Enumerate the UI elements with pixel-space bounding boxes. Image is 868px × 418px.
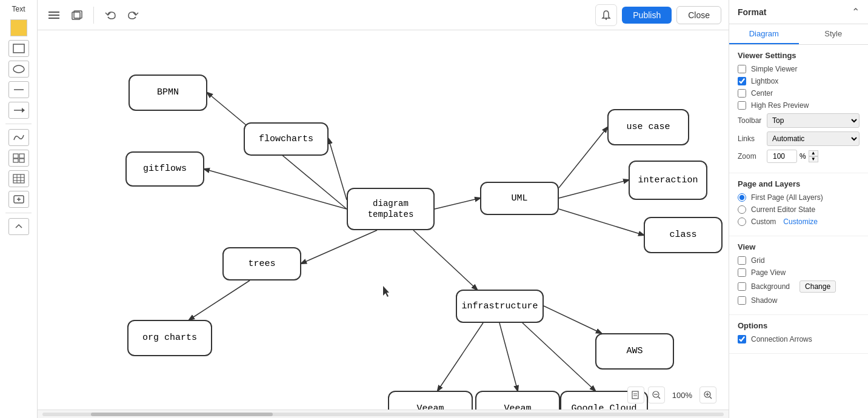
svg-line-43 bbox=[658, 397, 660, 399]
page-layers-title: Page and Layers bbox=[738, 179, 860, 188]
toolbar-select[interactable]: Top Bottom Left Right None bbox=[767, 113, 860, 128]
zoom-spinner: ▲ ▼ bbox=[809, 150, 818, 162]
horizontal-scrollbar[interactable] bbox=[38, 410, 729, 418]
svg-point-1 bbox=[13, 65, 24, 73]
cursor bbox=[383, 286, 389, 297]
arrow-tool[interactable] bbox=[8, 102, 29, 119]
node-uml[interactable]: UML bbox=[480, 182, 559, 215]
node-diagram-templates[interactable]: diagram templates bbox=[347, 188, 435, 230]
node-bpmn[interactable]: BPMN bbox=[129, 75, 207, 111]
main-area: Publish Close bbox=[38, 0, 729, 418]
bottom-zoom-bar: 100% bbox=[627, 386, 716, 403]
scrollbar-thumb[interactable] bbox=[91, 413, 273, 416]
tab-style[interactable]: Style bbox=[799, 24, 869, 44]
custom-row: Custom Customize bbox=[738, 217, 860, 226]
node-use-case[interactable]: use case bbox=[607, 109, 689, 145]
connection-arrows-checkbox[interactable] bbox=[738, 335, 746, 343]
node-aws[interactable]: AWS bbox=[595, 333, 674, 370]
change-background-button[interactable]: Change bbox=[800, 280, 836, 293]
notification-button[interactable] bbox=[595, 4, 617, 26]
links-select[interactable]: Automatic New Window Same Window bbox=[767, 131, 860, 146]
node-trees[interactable]: trees bbox=[222, 247, 301, 280]
customize-link[interactable]: Customize bbox=[783, 217, 818, 226]
zoom-up-button[interactable]: ▲ bbox=[809, 150, 818, 156]
toolbar-label: Toolbar bbox=[738, 116, 763, 125]
insert-tool[interactable] bbox=[8, 191, 29, 208]
freehand-tool[interactable] bbox=[8, 129, 29, 146]
zoom-down-button[interactable]: ▼ bbox=[809, 156, 818, 162]
svg-rect-9 bbox=[13, 174, 24, 183]
svg-rect-6 bbox=[19, 154, 24, 158]
node-flowcharts[interactable]: flowcharts bbox=[244, 122, 329, 156]
svg-line-31 bbox=[559, 209, 644, 235]
svg-line-34 bbox=[438, 323, 483, 391]
node-gitflows[interactable]: gitflows bbox=[125, 151, 204, 187]
center-checkbox[interactable] bbox=[738, 89, 746, 98]
custom-label: Custom bbox=[751, 217, 776, 226]
node-interaction[interactable]: interaction bbox=[629, 161, 707, 200]
custom-radio[interactable] bbox=[738, 217, 746, 226]
panel-tabs: Diagram Style bbox=[729, 24, 868, 45]
panel-collapse-button[interactable]: ⌃ bbox=[852, 6, 860, 18]
redo-button[interactable] bbox=[124, 6, 142, 24]
undo-button[interactable] bbox=[101, 6, 119, 24]
viewer-settings-title: Viewer Settings bbox=[738, 51, 860, 60]
text-tool-label: Text bbox=[12, 5, 25, 13]
rectangle-tool[interactable] bbox=[8, 40, 29, 57]
zoom-out-button[interactable] bbox=[648, 386, 665, 403]
links-row: Links Automatic New Window Same Window bbox=[738, 131, 860, 146]
canvas[interactable]: BPMN flowcharts gitflows diagram templat… bbox=[38, 30, 729, 410]
background-checkbox[interactable] bbox=[738, 282, 746, 291]
toolbar-divider2 bbox=[5, 213, 31, 213]
collapse-tool[interactable] bbox=[8, 218, 29, 235]
high-res-checkbox[interactable] bbox=[738, 101, 746, 110]
high-res-label: High Res Preview bbox=[751, 101, 809, 110]
high-res-row: High Res Preview bbox=[738, 101, 860, 110]
grid-row: Grid bbox=[738, 256, 860, 265]
grid-checkbox[interactable] bbox=[738, 256, 746, 265]
header-separator bbox=[93, 7, 94, 24]
table-tool[interactable] bbox=[8, 170, 29, 187]
shapes-tool[interactable] bbox=[8, 150, 29, 167]
page-view-row: Page View bbox=[738, 268, 860, 277]
page-view-checkbox[interactable] bbox=[738, 268, 746, 277]
right-panel: Format ⌃ Diagram Style Viewer Settings S… bbox=[729, 0, 868, 418]
first-page-row: First Page (All Layers) bbox=[738, 193, 860, 202]
node-veeam2[interactable]: Veeam bbox=[475, 391, 560, 410]
current-editor-radio[interactable] bbox=[738, 205, 746, 214]
menu-button[interactable] bbox=[45, 6, 63, 24]
color-swatch[interactable] bbox=[10, 19, 27, 36]
line-tool[interactable] bbox=[8, 81, 29, 98]
links-label: Links bbox=[738, 134, 763, 143]
tab-diagram[interactable]: Diagram bbox=[729, 24, 799, 44]
svg-marker-4 bbox=[22, 108, 25, 113]
simple-viewer-checkbox[interactable] bbox=[738, 65, 746, 73]
connection-arrows-row: Connection Arrows bbox=[738, 335, 860, 343]
publish-button[interactable]: Publish bbox=[622, 7, 672, 24]
page-icon-button[interactable] bbox=[627, 386, 644, 403]
header-bar: Publish Close bbox=[38, 0, 729, 30]
shadow-checkbox[interactable] bbox=[738, 296, 746, 305]
svg-line-24 bbox=[329, 139, 347, 200]
close-button[interactable]: Close bbox=[676, 6, 721, 24]
node-infrastructure[interactable]: infrastructure bbox=[456, 290, 544, 323]
svg-line-33 bbox=[544, 306, 601, 333]
node-org-charts[interactable]: org charts bbox=[127, 320, 212, 356]
svg-marker-37 bbox=[383, 286, 389, 297]
page-layers-section: Page and Layers First Page (All Layers) … bbox=[729, 173, 868, 236]
center-label: Center bbox=[751, 89, 773, 98]
first-page-radio[interactable] bbox=[738, 193, 746, 202]
node-veeam1[interactable]: Veeam bbox=[388, 391, 473, 410]
node-class[interactable]: class bbox=[644, 217, 723, 253]
ellipse-tool[interactable] bbox=[8, 61, 29, 78]
pages-button[interactable] bbox=[68, 6, 86, 24]
options-section: Options Connection Arrows bbox=[729, 315, 868, 354]
svg-line-36 bbox=[522, 323, 595, 391]
zoom-in-button[interactable] bbox=[699, 386, 716, 403]
scrollbar-track[interactable] bbox=[42, 413, 724, 416]
svg-line-29 bbox=[559, 127, 607, 188]
zoom-input[interactable] bbox=[767, 150, 797, 163]
zoom-row: Zoom % ▲ ▼ bbox=[738, 150, 860, 163]
lightbox-checkbox[interactable] bbox=[738, 77, 746, 85]
grid-label: Grid bbox=[751, 256, 765, 265]
